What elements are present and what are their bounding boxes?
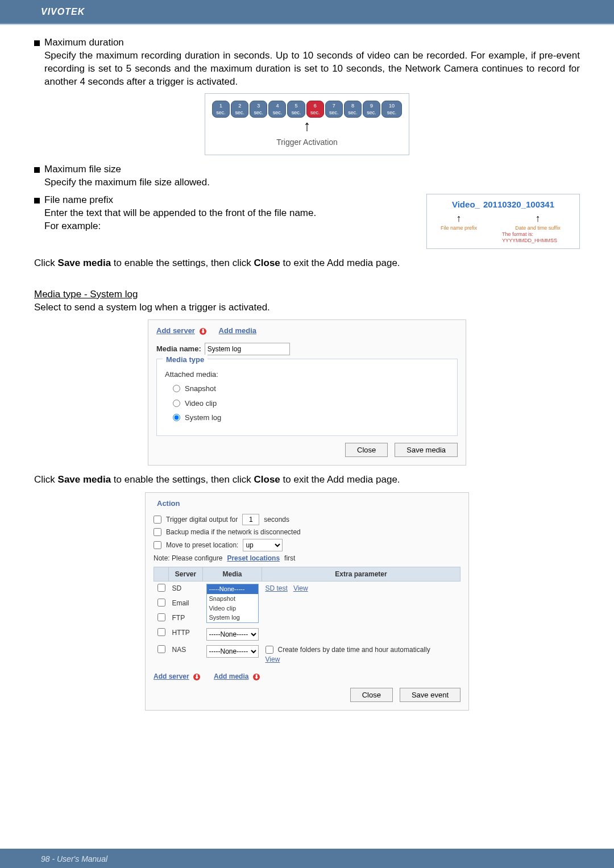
sd-view-link[interactable]: View: [293, 584, 308, 592]
page-body: Maximum duration Specify the maximum rec…: [0, 25, 614, 711]
nas-view-link[interactable]: View: [265, 655, 280, 663]
close-button[interactable]: Close: [345, 443, 388, 457]
fname-label-prefix: File name prefix: [441, 225, 477, 231]
media-type-fieldset: Media type Attached media: Snapshot Vide…: [156, 359, 458, 436]
item-max-filesize: Maximum file size Specify the maximum fi…: [34, 163, 580, 189]
chk-backup-media[interactable]: [154, 528, 161, 536]
backup-media-label: Backup media if the network is disconnec…: [166, 528, 301, 537]
save-media-text-1: Click Save media to enable the settings,…: [34, 257, 580, 270]
arrow-up-icon: ↑: [536, 211, 541, 225]
fname-prefix-text: Video_: [452, 199, 480, 210]
info-icon: ⬇: [200, 328, 206, 335]
th-media: Media: [203, 567, 262, 581]
sd-test-link[interactable]: SD test: [265, 584, 288, 592]
action-save-event-button[interactable]: Save event: [400, 688, 460, 702]
fname-suffix-text: 20110320_100341: [483, 199, 554, 210]
move-preset-select[interactable]: up: [243, 539, 283, 551]
trigger-digital-post: seconds: [264, 515, 289, 524]
chk-http[interactable]: [157, 628, 165, 636]
bullet-icon: [34, 40, 40, 46]
tab-add-media[interactable]: Add media: [219, 326, 256, 336]
fname-label-suffix: Date and time suffix: [515, 225, 560, 231]
radio-videoclip[interactable]: [173, 400, 180, 407]
media-type-legend: Media type: [163, 355, 208, 365]
pill-3: 3 sec.: [250, 101, 267, 118]
action-legend: Action: [154, 499, 183, 509]
media-opt-videoclip[interactable]: Video clip: [207, 604, 258, 613]
action-close-button[interactable]: Close: [350, 688, 393, 702]
radio-snapshot-label: Snapshot: [185, 384, 216, 394]
chk-trigger-digital[interactable]: [154, 516, 161, 524]
email-label: Email: [169, 596, 203, 611]
add-media-link[interactable]: Add media ⬇: [214, 672, 260, 681]
item-file-prefix-row: File name prefix Enter the text that wil…: [34, 194, 580, 249]
create-folders-label: Create folders by date time and hour aut…: [278, 645, 430, 654]
max-filesize-body: Specify the maximum file size allowed.: [44, 176, 210, 189]
media-select-sd-open[interactable]: -----None----- Snapshot Video clip Syste…: [206, 584, 259, 623]
timeline-pills: 1 sec. 2 sec. 3 sec. 4 sec. 5 sec. 6 sec…: [212, 101, 402, 118]
chk-move-preset[interactable]: [154, 541, 161, 549]
row-ftp: FTP: [154, 611, 460, 626]
attached-media-label: Attached media:: [165, 369, 449, 380]
row-nas: NAS -----None----- Create folders by dat…: [154, 643, 460, 666]
pill-1: 1 sec.: [212, 101, 230, 118]
ftp-label: FTP: [169, 611, 203, 626]
pill-9: 9 sec.: [363, 101, 380, 118]
chk-ftp[interactable]: [157, 613, 165, 621]
note-pre: Note: Please configure: [154, 554, 222, 563]
fname-label-format: The format is: YYYYMMDD_HHMMSS: [502, 231, 574, 244]
row-email: Email: [154, 596, 460, 611]
media-opt-systemlog[interactable]: System log: [207, 613, 258, 622]
media-opt-none[interactable]: -----None-----: [207, 584, 258, 594]
file-prefix-title: File name prefix: [44, 194, 316, 207]
chk-create-folders[interactable]: [265, 646, 273, 654]
chk-nas[interactable]: [157, 645, 165, 653]
nas-label: NAS: [169, 643, 203, 666]
timeline-caption: Trigger Activation: [212, 137, 402, 148]
radio-videoclip-label: Video clip: [185, 398, 217, 409]
chk-sd[interactable]: [157, 584, 165, 592]
arrow-up-icon: ↑: [304, 120, 311, 132]
media-opt-snapshot[interactable]: Snapshot: [207, 594, 258, 604]
max-filesize-title: Maximum file size: [44, 163, 210, 176]
footer-band: 98 - User's Manual: [0, 849, 614, 868]
arrow-up-icon: ↑: [457, 211, 462, 225]
radio-snapshot[interactable]: [173, 385, 180, 392]
bullet-icon: [34, 198, 40, 203]
pill-7: 7 sec.: [325, 101, 343, 118]
radio-systemlog[interactable]: [173, 414, 180, 421]
action-panel: Action Trigger digital output for second…: [145, 492, 469, 711]
info-icon: ⬇: [193, 674, 200, 680]
pill-2: 2 sec.: [231, 101, 248, 118]
pill-10: 10 sec.: [381, 101, 402, 118]
media-select-nas[interactable]: -----None-----: [206, 645, 259, 658]
pill-8: 8 sec.: [344, 101, 362, 118]
systemlog-desc: Select to send a system log when a trigg…: [34, 301, 580, 314]
max-duration-title: Maximum duration: [44, 36, 580, 49]
save-media-text-2: Click Save media to enable the settings,…: [34, 474, 580, 487]
trigger-digital-seconds[interactable]: [242, 514, 259, 525]
footer-page-label: 98 - User's Manual: [41, 854, 107, 863]
info-icon: ⬇: [253, 674, 260, 680]
media-name-input[interactable]: [205, 343, 290, 355]
trigger-digital-pre: Trigger digital output for: [166, 515, 238, 524]
move-preset-label: Move to preset location:: [166, 541, 238, 550]
pill-6: 6 sec.: [306, 101, 324, 118]
th-server: Server: [169, 567, 203, 581]
timeline-diagram: 1 sec. 2 sec. 3 sec. 4 sec. 5 sec. 6 sec…: [205, 93, 409, 155]
tab-add-server[interactable]: Add server ⬇: [156, 326, 206, 336]
chk-email[interactable]: [157, 599, 165, 607]
pill-5: 5 sec.: [287, 101, 305, 118]
save-media-button[interactable]: Save media: [395, 443, 458, 457]
header-band: VIVOTEK: [0, 0, 614, 23]
th-extra: Extra parameter: [262, 567, 460, 581]
item-max-duration: Maximum duration Specify the maximum rec…: [34, 36, 580, 89]
max-duration-body: Specify the maximum recording duration i…: [44, 49, 580, 89]
item-file-prefix: File name prefix Enter the text that wil…: [34, 194, 414, 233]
bullet-icon: [34, 167, 40, 173]
media-select-http[interactable]: -----None-----: [206, 628, 259, 641]
preset-locations-link[interactable]: Preset locations: [227, 554, 280, 563]
radio-systemlog-label: System log: [185, 413, 221, 423]
add-server-link[interactable]: Add server ⬇: [154, 672, 200, 681]
brand-title: VIVOTEK: [41, 7, 85, 17]
